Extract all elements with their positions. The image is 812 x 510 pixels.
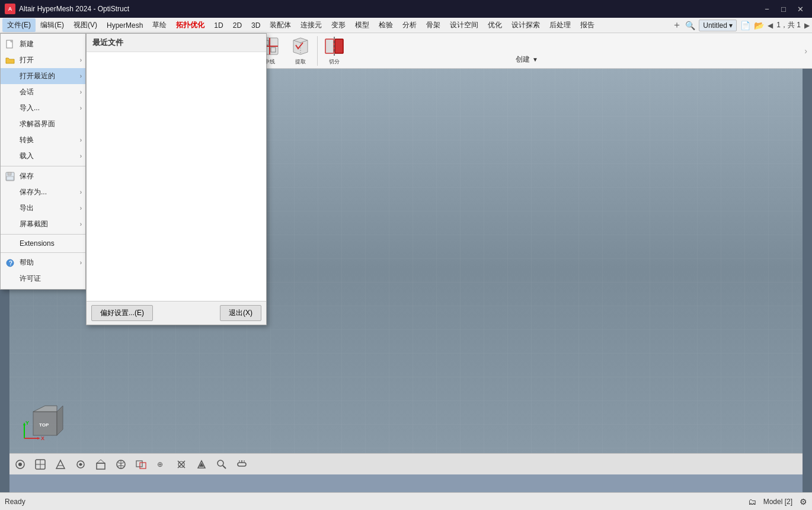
menu-topo[interactable]: 拓扑优化 [171,18,209,32]
tool-extract[interactable]: 提取 [285,36,316,66]
load-label: 载入 [20,151,34,161]
close-button[interactable]: ✕ [793,4,807,14]
open-recent-label: 打开最近的 [20,71,55,81]
viewport-axes: TOP Y X [21,400,81,447]
recent-files-header: 最近文件 [87,34,266,52]
menu-model[interactable]: 模型 [350,18,374,32]
menu-frame[interactable]: 骨架 [421,18,445,32]
search-icon[interactable]: 🔍 [685,21,695,30]
minimize-button[interactable]: − [760,4,774,14]
svg-text:X: X [41,435,44,441]
view-tool-4[interactable] [72,456,89,473]
menu-3d[interactable]: 3D [247,20,265,31]
create-dropdown-arrow[interactable]: ▼ [532,56,538,63]
menu-2d[interactable]: 2D [228,20,247,31]
menu-item-export[interactable]: 导出 › [1,200,85,216]
menu-view[interactable]: 视图(V) [69,18,102,32]
menu-item-import[interactable]: 导入... › [1,100,85,116]
menu-item-extensions[interactable]: Extensions [1,236,85,251]
untitled-dropdown[interactable]: Untitled ▾ [699,20,737,31]
menu-item-new[interactable]: 新建 [1,36,85,52]
view-tool-9[interactable] [173,456,190,473]
menu-analysis[interactable]: 分析 [398,18,421,32]
save-icon [4,171,16,182]
titlebar-left: A Altair HyperMesh 2024 - OptiStruct [5,4,129,14]
titlebar-controls[interactable]: − □ ✕ [760,4,807,14]
extract-icon [290,36,311,57]
menu-item-solver[interactable]: 求解器界面 [1,116,85,132]
view-tool-1[interactable] [12,456,28,473]
page-prev-icon[interactable]: ◀ [768,21,773,30]
recent-files-footer: 偏好设置...(E) 退出(X) [87,301,266,325]
settings-icon[interactable]: ⚙ [800,497,807,506]
view-tool-10[interactable] [193,456,210,473]
menu-assembly[interactable]: 装配体 [265,18,296,32]
view-tool-6[interactable] [113,456,129,473]
model-icon: 🗂 [748,497,756,506]
view-tool-7[interactable] [133,456,149,473]
view-tool-8[interactable]: ⊕ [153,456,170,473]
menu-design-space[interactable]: 设计空间 [445,18,483,32]
menu-report[interactable]: 报告 [576,18,599,32]
open-folder-icon [4,54,16,66]
menu-item-session[interactable]: 会话 › [1,84,85,100]
menu-item-open-recent[interactable]: 打开最近的 › [1,68,85,84]
svg-text:?: ? [9,260,12,267]
menu-caohui[interactable]: 草绘 [148,18,171,32]
export-arrow: › [80,205,82,211]
bottom-toolbar: ⊕ [9,453,803,474]
menu-post[interactable]: 后处理 [545,18,576,32]
svg-rect-42 [325,39,334,53]
load-arrow: › [80,153,82,159]
view-tool-2[interactable] [32,456,49,473]
menubar: 文件(E) 编辑(E) 视图(V) HyperMesh 草绘 拓扑优化 1D 2… [0,18,812,33]
view-tool-5[interactable] [92,456,109,473]
page-next-icon[interactable]: ▶ [804,21,810,30]
recent-files-title: 最近文件 [92,38,123,47]
menu-file[interactable]: 文件(E) [2,18,36,32]
menu-hypermesh[interactable]: HyperMesh [102,20,148,31]
svg-marker-54 [37,437,40,440]
session-arrow: › [80,89,82,95]
menu-explore[interactable]: 设计探索 [507,18,545,32]
file-menu: 新建 打开 › 打开最近的 › 会话 › 导入... › 求解器界面 转换 › … [0,33,86,290]
menu-connect[interactable]: 连接元 [296,18,327,32]
menu-item-license[interactable]: 许可证 [1,271,85,287]
menu-item-open[interactable]: 打开 › [1,52,85,68]
exit-button[interactable]: 退出(X) [220,305,261,321]
menu-item-load[interactable]: 载入 › [1,148,85,164]
menu-item-screenshot[interactable]: 屏幕截图 › [1,216,85,232]
menu-item-save-as[interactable]: 保存为... › [1,184,85,200]
new-file-icon[interactable]: 📄 [740,21,750,30]
view-tool-11[interactable] [213,456,230,473]
tool-split[interactable]: 切分 [319,36,350,66]
view-tool-3[interactable] [52,456,69,473]
add-icon[interactable]: ＋ [672,19,682,31]
screenshot-label: 屏幕截图 [20,219,48,229]
menu-optimize[interactable]: 优化 [483,18,507,32]
menu-item-help[interactable]: ? 帮助 › [1,255,85,271]
svg-rect-78 [238,463,246,466]
menu-check[interactable]: 检验 [374,18,398,32]
extract-label: 提取 [295,58,306,66]
svg-marker-65 [97,460,105,463]
import-arrow: › [80,105,82,111]
save-as-arrow: › [80,189,82,195]
open-file-icon[interactable]: 📂 [754,21,764,30]
svg-marker-47 [33,406,57,412]
view-tool-12[interactable] [234,456,250,473]
toolbar-scroll-right[interactable]: › [804,46,807,56]
maximize-button[interactable]: □ [776,4,791,14]
svg-rect-43 [335,39,343,53]
menu-1d[interactable]: 1D [209,20,228,31]
help-icon: ? [4,257,16,269]
svg-marker-61 [56,460,65,469]
menu-item-save[interactable]: 保存 [1,168,85,184]
menu-deform[interactable]: 变形 [327,18,350,32]
preferences-button[interactable]: 偏好设置...(E) [91,305,153,321]
menu-edit[interactable]: 编辑(E) [36,18,69,32]
new-label: 新建 [20,39,34,49]
menu-item-convert[interactable]: 转换 › [1,132,85,148]
svg-marker-48 [57,406,63,435]
open-submenu-arrow: › [80,57,82,63]
